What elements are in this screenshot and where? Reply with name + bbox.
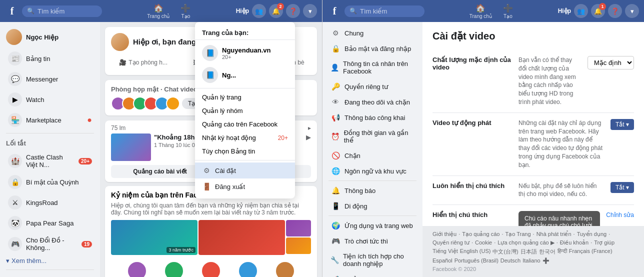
settings-btn-right[interactable]: ▾: [625, 4, 639, 18]
settings-nav-chan[interactable]: 🚫 Chặn: [324, 148, 420, 163]
edit-subtitle-link[interactable]: Chỉnh sửa: [606, 212, 634, 218]
right-search-input[interactable]: [360, 8, 415, 15]
friends-btn-right[interactable]: 👥: [574, 4, 588, 18]
footer-lang-fr[interactable]: Français (France): [569, 248, 612, 256]
help-btn-left[interactable]: ❓: [286, 4, 300, 18]
right-username[interactable]: Hiệp: [558, 8, 571, 14]
settings-nav-baomatdangnhap[interactable]: 🔒 Bảo mật và đăng nhập: [324, 41, 420, 56]
footer-lang-pt[interactable]: Português (Brasil): [454, 258, 498, 264]
videotudong-toggle[interactable]: Tắt ▾: [610, 119, 634, 130]
settings-nav-ngonngu[interactable]: 🌐 Ngôn ngữ và khu vực: [324, 164, 420, 178]
footer-link-cookie[interactable]: Cookie: [475, 240, 492, 246]
right-search-bar[interactable]: 🔍: [344, 6, 424, 17]
settings-row-videotudong: Video tự động phát Những cài đặt này chỉ…: [432, 113, 634, 176]
settings-layout: ⚙ Chung 🔒 Bảo mật và đăng nhập 👤 Thông t…: [322, 22, 644, 277]
settings-nav-tienich[interactable]: 🔧 Tiện ích tích hợp cho doanh nghiệp: [324, 249, 420, 271]
footer-lang-ja[interactable]: 日本語: [520, 248, 537, 256]
fb-logo-left: f: [5, 4, 19, 18]
nav-home-right[interactable]: 🏠 Trang chủ: [464, 2, 497, 21]
sidebar-item-marketplace[interactable]: 🏪 Marketplace ●: [2, 110, 98, 130]
settings-item-caidat[interactable]: ⚙ Cài đặt: [195, 162, 295, 178]
footer-lang-de[interactable]: Deutsch: [500, 258, 520, 264]
settings-nav-baiviet[interactable]: 📢 Thông báo công khai: [324, 110, 420, 125]
footer-lang-en[interactable]: English (US): [460, 248, 491, 256]
fb-logo-right: f: [328, 4, 342, 18]
settings-nav-thongbao[interactable]: 🔔 Thông báo: [324, 183, 420, 198]
right-header: f 🔍 🏠 Trang chủ ➕ Tạo Hiệp 👥 🔔 1 ❓ ▾: [322, 0, 644, 22]
page-panel-ads[interactable]: Quảng cáo trên Facebook: [195, 118, 295, 131]
footer-lang-hi[interactable]: हिन्दी: [558, 248, 567, 256]
footer-lang-zh[interactable]: 中文(台灣): [492, 248, 518, 256]
footer-lang-vi[interactable]: Tiếng Việt: [432, 248, 458, 256]
page-panel-item-0[interactable]: 📘 Nguyenduan.vn 20+: [195, 42, 295, 64]
settings-btn-left[interactable]: ▾: [303, 4, 317, 18]
page-panel-item-1[interactable]: 📘 Ng...: [195, 64, 295, 86]
settings-nav-thoigian[interactable]: ⏰ Đồng thời gian và gần thể: [324, 126, 420, 148]
footer-lang-es[interactable]: Español: [432, 258, 452, 264]
memories-desc: Hiệp ơi, chúng tôi quan tâm đến bạn và n…: [105, 202, 317, 220]
left-search-input[interactable]: [38, 8, 92, 15]
sidebar-username: Ngọc Hiệp: [26, 34, 58, 41]
person-avatar-5: [276, 262, 294, 277]
settings-nav-thongtincanhan[interactable]: 👤 Thông tin cá nhân trên Facebook: [324, 56, 420, 78]
sidebar-user[interactable]: Ngọc Hiệp: [0, 26, 100, 48]
footer-link-tuyendung[interactable]: Tuyển dụng: [577, 231, 606, 238]
footer-lang-ko[interactable]: 한국어: [539, 248, 556, 256]
friends-btn-left[interactable]: 👥: [252, 4, 266, 18]
settings-nav-trochoi[interactable]: 🎮 Trò chơi tức thì: [324, 234, 420, 248]
chatluong-select[interactable]: Mặc định: [588, 56, 634, 70]
sidebar-xemthem-shortcuts[interactable]: ▾ Xem thêm...: [0, 255, 100, 266]
left-search-icon: 🔍: [27, 8, 34, 14]
settings-nav-quyenriengtu[interactable]: 🔑 Quyền riêng tư: [324, 79, 420, 94]
footer-link-quyenriengtu[interactable]: Quyền riêng tư: [432, 240, 470, 246]
sidebar-shortcut-4[interactable]: 🎮 Cho Đổi Đồ - Không... 19: [2, 234, 98, 254]
nav-create-right[interactable]: ➕ Tạo: [498, 2, 518, 21]
memory-img-2: [198, 220, 285, 255]
page-panel-manage[interactable]: Quản lý trang: [195, 90, 295, 104]
person-avatar-3: [202, 262, 220, 277]
footer-link-luachon[interactable]: Lựa chọn quảng cáo ▶: [498, 240, 554, 246]
settings-row-chatluong: Chất lượng mặc định của video Bạn vẫn có…: [432, 50, 634, 113]
sidebar-user-avatar: [6, 29, 22, 45]
footer-link-dieukoan[interactable]: Điều khoản: [560, 240, 588, 246]
footer-link-taotrang[interactable]: Tạo Trang: [506, 231, 531, 238]
notifications-btn-right[interactable]: 🔔 1: [591, 4, 605, 18]
settings-nav-theodoi[interactable]: 👁 Đang theo dõi và chặn: [324, 94, 420, 110]
create-room-btn[interactable]: 🎥 Tạo phòng h...: [111, 56, 176, 69]
person-avatar-4: [239, 262, 257, 277]
sidebar-shortcut-2[interactable]: ⚔ KingsRoad: [2, 192, 98, 212]
boost-post-btn[interactable]: Quảng cáo bài viết: [111, 165, 209, 178]
sidebar-item-bantin[interactable]: 📰 Bảng tin: [2, 48, 98, 68]
settings-nav-didong[interactable]: 📱 Di động: [324, 198, 420, 214]
footer-link-nhaphattrein[interactable]: Nhà phát triển: [536, 231, 572, 238]
page-panel-activity[interactable]: Nhật ký hoạt động 20+: [195, 131, 295, 144]
luonhienthi-toggle[interactable]: Tắt ▾: [610, 182, 634, 193]
help-btn-right[interactable]: ❓: [608, 4, 622, 18]
left-search-bar[interactable]: 🔍: [22, 6, 102, 17]
footer-links: Giới thiệu · Tạo quảng cáo · Tạo Trang ·…: [432, 231, 634, 246]
footer-languages: Tiếng Việt English (US) 中文(台灣) 日本語 한국어 ह…: [432, 248, 634, 264]
page-panel-groups[interactable]: Quản lý nhóm: [195, 104, 295, 118]
footer-link-gioithieu[interactable]: Giới thiệu: [432, 231, 456, 238]
settings-nav-quangcao[interactable]: 📣 Quảng cáo: [324, 272, 420, 277]
sidebar-shortcut-3[interactable]: 🐼 Papa Pear Saga: [2, 213, 98, 233]
left-sidebar: Ngọc Hiệp 📰 Bảng tin 💬 Messenger ▶ Watch…: [0, 22, 100, 277]
sidebar-item-messenger[interactable]: 💬 Messenger: [2, 69, 98, 89]
footer-lang-more[interactable]: ➕: [542, 258, 550, 264]
sidebar-item-watch[interactable]: ▶ Watch: [2, 90, 98, 110]
page-panel-newsfeed[interactable]: Tùy chọn Bảng tin: [195, 144, 295, 158]
footer-link-taoquangcao[interactable]: Tạo quảng cáo: [462, 231, 500, 238]
sidebar-shortcut-1[interactable]: 🔒 Bí mật của Quỳnh: [2, 172, 98, 192]
next-arrow[interactable]: ▶: [306, 134, 311, 161]
nav-create-left[interactable]: ➕ Tạo: [176, 2, 196, 21]
settings-item-dangxuat[interactable]: 🚪 Đăng xuất: [195, 178, 295, 194]
left-username[interactable]: Hiệp: [236, 8, 249, 14]
sidebar-shortcut-0[interactable]: 🏰 Castle Clash Việt N... 20+: [2, 150, 98, 172]
person-avatar-1: [128, 262, 146, 277]
footer-link-trogup[interactable]: Trợ giúp: [594, 240, 614, 246]
settings-nav-chung[interactable]: ⚙ Chung: [324, 26, 420, 40]
nav-home-left[interactable]: 🏠 Trang chủ: [142, 2, 174, 21]
notifications-btn-left[interactable]: 🔔 2: [269, 4, 283, 18]
settings-nav-ungdung[interactable]: 🌍 Ứng dụng và trang web: [324, 218, 420, 233]
footer-lang-it[interactable]: Italiano: [522, 258, 540, 264]
